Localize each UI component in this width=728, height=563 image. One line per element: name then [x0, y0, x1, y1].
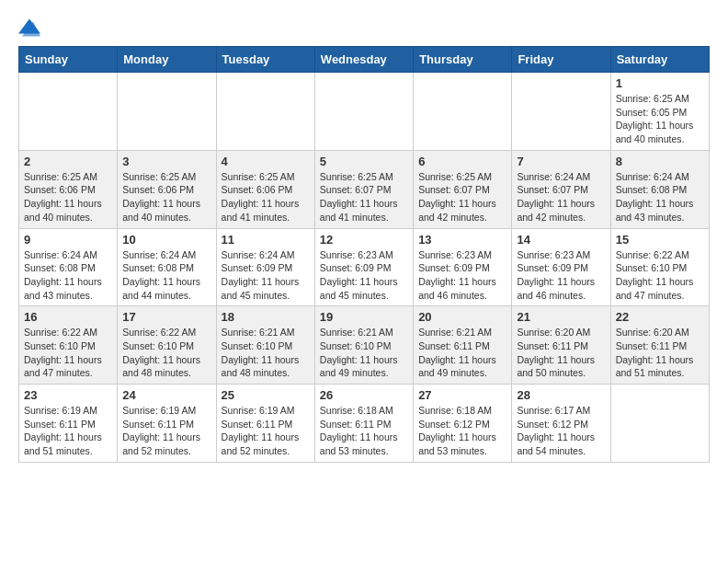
day-number: 26 — [320, 388, 408, 402]
calendar-cell: 24Sunrise: 6:19 AM Sunset: 6:11 PM Dayli… — [118, 385, 216, 463]
day-number: 20 — [418, 310, 506, 324]
day-number: 6 — [418, 155, 506, 168]
day-info: Sunrise: 6:23 AM Sunset: 6:09 PM Dayligh… — [320, 248, 408, 303]
day-info: Sunrise: 6:21 AM Sunset: 6:10 PM Dayligh… — [320, 326, 408, 380]
day-info: Sunrise: 6:24 AM Sunset: 6:08 PM Dayligh… — [616, 170, 704, 224]
day-number: 14 — [517, 233, 605, 247]
calendar-header-friday: Friday — [512, 47, 610, 73]
day-info: Sunrise: 6:22 AM Sunset: 6:10 PM Dayligh… — [24, 326, 112, 380]
day-number: 22 — [616, 310, 704, 324]
day-info: Sunrise: 6:17 AM Sunset: 6:12 PM Dayligh… — [517, 404, 605, 458]
day-number: 9 — [24, 233, 112, 247]
day-number: 16 — [24, 310, 112, 324]
calendar-cell: 2Sunrise: 6:25 AM Sunset: 6:06 PM Daylig… — [19, 150, 118, 228]
calendar-cell: 6Sunrise: 6:25 AM Sunset: 6:07 PM Daylig… — [414, 150, 512, 228]
calendar-cell: 25Sunrise: 6:19 AM Sunset: 6:11 PM Dayli… — [216, 385, 314, 463]
day-info: Sunrise: 6:20 AM Sunset: 6:11 PM Dayligh… — [517, 326, 605, 380]
day-info: Sunrise: 6:22 AM Sunset: 6:10 PM Dayligh… — [616, 248, 704, 303]
day-info: Sunrise: 6:25 AM Sunset: 6:07 PM Dayligh… — [418, 170, 506, 224]
day-info: Sunrise: 6:18 AM Sunset: 6:12 PM Dayligh… — [418, 404, 506, 458]
calendar-cell: 8Sunrise: 6:24 AM Sunset: 6:08 PM Daylig… — [610, 150, 709, 228]
day-info: Sunrise: 6:24 AM Sunset: 6:09 PM Dayligh… — [222, 248, 310, 303]
day-number: 18 — [222, 310, 310, 324]
calendar-cell: 15Sunrise: 6:22 AM Sunset: 6:10 PM Dayli… — [610, 228, 709, 306]
calendar-header-sunday: Sunday — [19, 47, 118, 73]
day-info: Sunrise: 6:21 AM Sunset: 6:10 PM Dayligh… — [222, 326, 310, 380]
day-info: Sunrise: 6:24 AM Sunset: 6:08 PM Dayligh… — [122, 248, 210, 303]
day-number: 28 — [517, 388, 605, 402]
day-info: Sunrise: 6:25 AM Sunset: 6:06 PM Dayligh… — [122, 170, 210, 224]
day-info: Sunrise: 6:19 AM Sunset: 6:11 PM Dayligh… — [24, 404, 112, 458]
day-info: Sunrise: 6:19 AM Sunset: 6:11 PM Dayligh… — [122, 404, 210, 458]
day-number: 4 — [222, 155, 310, 168]
day-number: 19 — [320, 310, 408, 324]
calendar-week-row: 9Sunrise: 6:24 AM Sunset: 6:08 PM Daylig… — [19, 228, 710, 306]
calendar-cell: 23Sunrise: 6:19 AM Sunset: 6:11 PM Dayli… — [19, 385, 118, 463]
calendar-cell: 22Sunrise: 6:20 AM Sunset: 6:11 PM Dayli… — [610, 306, 709, 385]
day-info: Sunrise: 6:25 AM Sunset: 6:07 PM Dayligh… — [320, 170, 408, 224]
calendar-cell — [118, 73, 216, 151]
day-info: Sunrise: 6:23 AM Sunset: 6:09 PM Dayligh… — [517, 248, 605, 303]
calendar-cell: 21Sunrise: 6:20 AM Sunset: 6:11 PM Dayli… — [512, 306, 610, 385]
calendar-cell: 4Sunrise: 6:25 AM Sunset: 6:06 PM Daylig… — [216, 150, 314, 228]
calendar-header-thursday: Thursday — [414, 47, 512, 73]
day-number: 13 — [418, 233, 506, 247]
day-number: 24 — [122, 388, 210, 402]
day-number: 21 — [517, 310, 605, 324]
day-number: 8 — [616, 155, 704, 168]
day-info: Sunrise: 6:25 AM Sunset: 6:06 PM Dayligh… — [222, 170, 310, 224]
calendar-cell: 19Sunrise: 6:21 AM Sunset: 6:10 PM Dayli… — [314, 306, 413, 385]
calendar-cell: 1Sunrise: 6:25 AM Sunset: 6:05 PM Daylig… — [610, 73, 709, 151]
calendar-cell — [216, 73, 314, 151]
day-info: Sunrise: 6:25 AM Sunset: 6:05 PM Dayligh… — [616, 92, 704, 146]
calendar-cell: 7Sunrise: 6:24 AM Sunset: 6:07 PM Daylig… — [512, 150, 610, 228]
calendar-cell — [314, 73, 413, 151]
calendar-week-row: 16Sunrise: 6:22 AM Sunset: 6:10 PM Dayli… — [19, 306, 710, 385]
day-number: 1 — [616, 76, 704, 90]
day-info: Sunrise: 6:18 AM Sunset: 6:11 PM Dayligh… — [320, 404, 408, 458]
calendar-cell: 18Sunrise: 6:21 AM Sunset: 6:10 PM Dayli… — [216, 306, 314, 385]
calendar-cell: 17Sunrise: 6:22 AM Sunset: 6:10 PM Dayli… — [118, 306, 216, 385]
calendar-cell: 9Sunrise: 6:24 AM Sunset: 6:08 PM Daylig… — [19, 228, 118, 306]
day-number: 15 — [616, 233, 704, 247]
day-info: Sunrise: 6:19 AM Sunset: 6:11 PM Dayligh… — [222, 404, 310, 458]
day-number: 2 — [24, 155, 112, 168]
calendar-header-wednesday: Wednesday — [314, 47, 413, 73]
calendar-cell: 12Sunrise: 6:23 AM Sunset: 6:09 PM Dayli… — [314, 228, 413, 306]
day-number: 27 — [418, 388, 506, 402]
calendar-cell: 26Sunrise: 6:18 AM Sunset: 6:11 PM Dayli… — [314, 385, 413, 463]
header-section — [18, 18, 710, 37]
calendar-cell: 11Sunrise: 6:24 AM Sunset: 6:09 PM Dayli… — [216, 228, 314, 306]
day-number: 3 — [122, 155, 210, 168]
calendar-cell: 20Sunrise: 6:21 AM Sunset: 6:11 PM Dayli… — [414, 306, 512, 385]
day-info: Sunrise: 6:24 AM Sunset: 6:08 PM Dayligh… — [24, 248, 112, 303]
day-info: Sunrise: 6:23 AM Sunset: 6:09 PM Dayligh… — [418, 248, 506, 303]
calendar-week-row: 2Sunrise: 6:25 AM Sunset: 6:06 PM Daylig… — [19, 150, 710, 228]
calendar-cell: 16Sunrise: 6:22 AM Sunset: 6:10 PM Dayli… — [19, 306, 118, 385]
calendar-week-row: 1Sunrise: 6:25 AM Sunset: 6:05 PM Daylig… — [19, 73, 710, 151]
day-number: 23 — [24, 388, 112, 402]
calendar-header-row: SundayMondayTuesdayWednesdayThursdayFrid… — [19, 47, 710, 73]
calendar-cell — [19, 73, 118, 151]
day-number: 11 — [222, 233, 310, 247]
day-info: Sunrise: 6:24 AM Sunset: 6:07 PM Dayligh… — [517, 170, 605, 224]
day-number: 25 — [222, 388, 310, 402]
calendar-header-saturday: Saturday — [610, 47, 709, 73]
day-info: Sunrise: 6:21 AM Sunset: 6:11 PM Dayligh… — [418, 326, 506, 380]
day-number: 12 — [320, 233, 408, 247]
calendar-cell: 14Sunrise: 6:23 AM Sunset: 6:09 PM Dayli… — [512, 228, 610, 306]
day-info: Sunrise: 6:22 AM Sunset: 6:10 PM Dayligh… — [122, 326, 210, 380]
calendar-header-tuesday: Tuesday — [216, 47, 314, 73]
calendar-cell: 10Sunrise: 6:24 AM Sunset: 6:08 PM Dayli… — [118, 228, 216, 306]
calendar-cell: 27Sunrise: 6:18 AM Sunset: 6:12 PM Dayli… — [414, 385, 512, 463]
calendar-cell — [414, 73, 512, 151]
day-info: Sunrise: 6:20 AM Sunset: 6:11 PM Dayligh… — [616, 326, 704, 380]
calendar-header-monday: Monday — [118, 47, 216, 73]
calendar-cell: 28Sunrise: 6:17 AM Sunset: 6:12 PM Dayli… — [512, 385, 610, 463]
day-info: Sunrise: 6:25 AM Sunset: 6:06 PM Dayligh… — [24, 170, 112, 224]
day-number: 5 — [320, 155, 408, 168]
day-number: 10 — [122, 233, 210, 247]
calendar-cell — [512, 73, 610, 151]
calendar-cell: 5Sunrise: 6:25 AM Sunset: 6:07 PM Daylig… — [314, 150, 413, 228]
calendar-cell: 3Sunrise: 6:25 AM Sunset: 6:06 PM Daylig… — [118, 150, 216, 228]
